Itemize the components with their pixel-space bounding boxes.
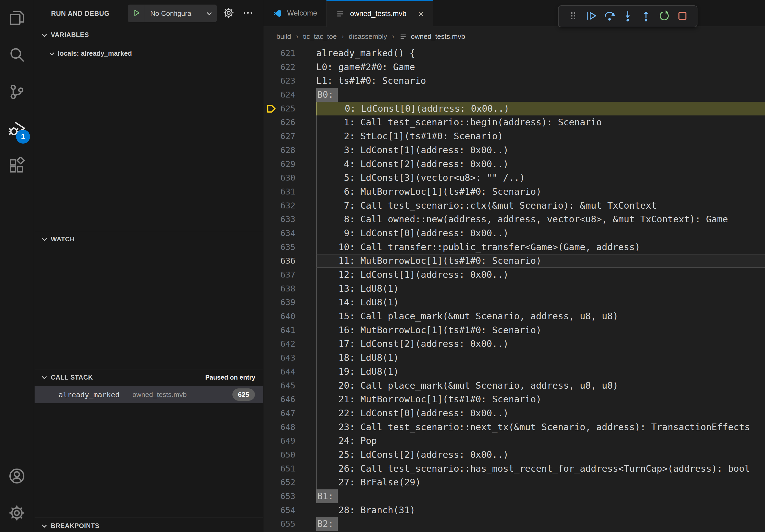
- gutter[interactable]: 638: [264, 282, 316, 296]
- code-line-639[interactable]: 63914:LdU8(1): [264, 296, 765, 309]
- gutter[interactable]: 650: [264, 448, 316, 462]
- code-line-628[interactable]: 6283:LdConst[1](address: 0x00..): [264, 143, 765, 157]
- gutter[interactable]: 631: [264, 185, 316, 199]
- breadcrumb-item-disassembly[interactable]: disassembly: [349, 32, 387, 41]
- code-line-645[interactable]: 64520:Call place_mark(&mut Scenario, add…: [264, 379, 765, 393]
- code-line-644[interactable]: 64419:LdU8(1): [264, 365, 765, 379]
- gutter[interactable]: 630: [264, 171, 316, 185]
- code-line-650[interactable]: 65025:LdConst[2](address: 0x00..): [264, 448, 765, 462]
- code-line-622[interactable]: 622L0: game#2#0: Game: [264, 60, 765, 74]
- close-icon[interactable]: ×: [418, 9, 423, 19]
- code-line-647[interactable]: 64722:LdConst[0](address: 0x00..): [264, 406, 765, 420]
- activity-bar-item-source-control[interactable]: [0, 74, 34, 111]
- gutter[interactable]: 642: [264, 337, 316, 351]
- code-line-646[interactable]: 64621:MutBorrowLoc[1](ts#1#0: Scenario): [264, 393, 765, 406]
- code-line-625[interactable]: 6250:LdConst[0](address: 0x00..): [264, 102, 765, 116]
- code-line-642[interactable]: 64217:LdConst[2](address: 0x00..): [264, 337, 765, 351]
- variables-section-header[interactable]: VARIABLES: [35, 27, 263, 43]
- breakpoints-section-header[interactable]: BREAKPOINTS: [35, 518, 263, 532]
- code-line-640[interactable]: 64015:Call place_mark(&mut Scenario, add…: [264, 309, 765, 323]
- code-line-634[interactable]: 6349:LdConst[0](address: 0x00..): [264, 226, 765, 240]
- code-line-649[interactable]: 64924:Pop: [264, 434, 765, 448]
- activity-bar-item-settings[interactable]: [0, 495, 34, 532]
- gutter[interactable]: 629: [264, 157, 316, 171]
- activity-bar-item-explorer[interactable]: [0, 0, 34, 37]
- gutter[interactable]: 654: [264, 503, 316, 517]
- gutter[interactable]: 627: [264, 130, 316, 143]
- breadcrumb-item-file[interactable]: owned_tests.mvb: [399, 32, 465, 41]
- drag-handle-button[interactable]: [565, 9, 581, 24]
- start-debugging-button[interactable]: [128, 5, 145, 22]
- step-out-button[interactable]: [638, 9, 653, 24]
- gutter[interactable]: 640: [264, 309, 316, 323]
- call-stack-frame-row[interactable]: already_marked owned_tests.mvb 625: [35, 386, 263, 403]
- code-line-630[interactable]: 6305:LdConst[3](vector<u8>: "" /..): [264, 171, 765, 185]
- gutter[interactable]: 635: [264, 240, 316, 254]
- activity-bar-item-run-and-debug[interactable]: 1: [0, 111, 34, 148]
- gutter[interactable]: 625: [264, 102, 316, 116]
- activity-bar-item-extensions[interactable]: [0, 148, 34, 185]
- code-line-651[interactable]: 65126:Call test_scenario::has_most_recen…: [264, 462, 765, 476]
- gutter[interactable]: 626: [264, 116, 316, 130]
- gutter[interactable]: 639: [264, 296, 316, 309]
- step-over-button[interactable]: [602, 9, 617, 24]
- continue-button[interactable]: [584, 9, 599, 24]
- gutter[interactable]: 637: [264, 268, 316, 282]
- gutter[interactable]: 623: [264, 74, 316, 88]
- code-line-648[interactable]: 64823:Call test_scenario::next_tx(&mut S…: [264, 420, 765, 434]
- activity-bar-item-search[interactable]: [0, 37, 34, 74]
- code-line-635[interactable]: 63510:Call transfer::public_transfer<Gam…: [264, 240, 765, 254]
- gutter[interactable]: 645: [264, 379, 316, 393]
- code-line-653[interactable]: 653B1:: [264, 489, 765, 503]
- gutter[interactable]: 651: [264, 462, 316, 476]
- gutter[interactable]: 633: [264, 212, 316, 226]
- gutter[interactable]: 624: [264, 88, 316, 102]
- gutter[interactable]: 649: [264, 434, 316, 448]
- gutter[interactable]: 655: [264, 517, 316, 531]
- code-line-632[interactable]: 6327:Call test_scenario::ctx(&mut Scenar…: [264, 199, 765, 213]
- code-line-641[interactable]: 64116:MutBorrowLoc[1](ts#1#0: Scenario): [264, 323, 765, 337]
- call-stack-section-header[interactable]: CALL STACK Paused on entry: [35, 369, 263, 385]
- debug-configuration-dropdown[interactable]: No Configura: [128, 5, 217, 22]
- views-more-actions-button[interactable]: [242, 7, 254, 20]
- code-line-654[interactable]: 65428:Branch(31): [264, 503, 765, 517]
- step-into-button[interactable]: [620, 9, 635, 24]
- gutter[interactable]: 643: [264, 351, 316, 365]
- activity-bar-item-account[interactable]: [0, 458, 34, 495]
- code-line-643[interactable]: 64318:LdU8(1): [264, 351, 765, 365]
- gutter[interactable]: 648: [264, 420, 316, 434]
- gutter[interactable]: 634: [264, 226, 316, 240]
- gutter[interactable]: 628: [264, 143, 316, 157]
- tab-owned-tests[interactable]: owned_tests.mvb ×: [327, 0, 433, 27]
- breadcrumb-item-build[interactable]: build: [276, 32, 291, 41]
- code-line-637[interactable]: 63712:LdConst[1](address: 0x00..): [264, 268, 765, 282]
- gutter[interactable]: 653: [264, 489, 316, 503]
- code-line-627[interactable]: 6272:StLoc[1](ts#1#0: Scenario): [264, 130, 765, 143]
- breadcrumb-item-tic-tac-toe[interactable]: tic_tac_toe: [303, 32, 337, 41]
- code-line-621[interactable]: 621already_marked() {: [264, 46, 765, 60]
- gutter[interactable]: 644: [264, 365, 316, 379]
- gutter[interactable]: 636: [264, 254, 316, 268]
- gutter[interactable]: 641: [264, 323, 316, 337]
- gutter[interactable]: 621: [264, 46, 316, 60]
- restart-button[interactable]: [657, 9, 672, 24]
- watch-section-header[interactable]: WATCH: [35, 231, 263, 247]
- gutter[interactable]: 647: [264, 406, 316, 420]
- code-area[interactable]: 621already_marked() {622L0: game#2#0: Ga…: [264, 46, 765, 532]
- locals-scope-row[interactable]: locals: already_marked: [35, 46, 263, 61]
- gutter[interactable]: 646: [264, 393, 316, 406]
- code-line-626[interactable]: 6261:Call test_scenario::begin(address):…: [264, 116, 765, 130]
- gutter[interactable]: 632: [264, 199, 316, 213]
- configure-gear-button[interactable]: [222, 7, 235, 20]
- stop-button[interactable]: [675, 9, 690, 24]
- code-line-652[interactable]: 65227:BrFalse(29): [264, 475, 765, 489]
- code-line-633[interactable]: 6338:Call owned::new(address, address, v…: [264, 212, 765, 226]
- gutter[interactable]: 622: [264, 60, 316, 74]
- code-line-631[interactable]: 6316:MutBorrowLoc[1](ts#1#0: Scenario): [264, 185, 765, 199]
- code-line-638[interactable]: 63813:LdU8(1): [264, 282, 765, 296]
- code-line-629[interactable]: 6294:LdConst[2](address: 0x00..): [264, 157, 765, 171]
- tab-welcome[interactable]: Welcome: [264, 0, 327, 27]
- code-line-624[interactable]: 624B0:: [264, 88, 765, 102]
- code-line-636[interactable]: 63611:MutBorrowLoc[1](ts#1#0: Scenario): [264, 254, 765, 268]
- code-line-655[interactable]: 655B2:: [264, 517, 765, 531]
